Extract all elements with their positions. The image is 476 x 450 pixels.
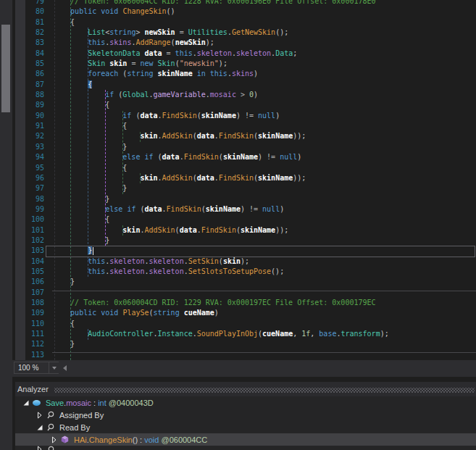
tree-row-label: Save.mosaic : int @0400043D: [46, 399, 154, 407]
line-number: 88: [25, 90, 44, 100]
tree-row[interactable]: Read By: [15, 421, 476, 433]
search-icon: [46, 446, 56, 450]
code-line[interactable]: {: [53, 100, 476, 110]
line-number: 94: [25, 152, 44, 162]
code-line[interactable]: [53, 288, 476, 298]
zoom-level-value[interactable]: 100 %: [14, 362, 49, 374]
line-number: 93: [25, 142, 44, 152]
line-number: 84: [25, 49, 44, 59]
line-number: 107: [25, 288, 44, 298]
code-line[interactable]: foreach (string skinName in this.skins): [53, 69, 476, 79]
line-number: 85: [25, 59, 44, 69]
analyzer-panel: Analyzer Save.mosaic : int @0400043DAssi…: [15, 382, 476, 450]
code-line[interactable]: this.skeleton.skeleton.SetSkin(skin);: [53, 257, 476, 267]
code-line[interactable]: this.skins.AddRange(newSkin);: [53, 38, 476, 48]
code-line[interactable]: List<string> newSkin = Utilities.GetNewS…: [53, 28, 476, 38]
code-line[interactable]: }: [53, 236, 476, 246]
code-line[interactable]: {: [53, 319, 476, 329]
line-number: 80: [25, 7, 44, 17]
member-separator: [52, 352, 476, 353]
code-line[interactable]: }: [53, 246, 476, 256]
code-line[interactable]: if (data.FindSkin(skinName) != null): [53, 111, 476, 121]
collapse-arrow-icon[interactable]: [36, 424, 43, 431]
search-icon: [46, 423, 56, 432]
code-line[interactable]: skin.AddSkin(data.FindSkin(skinName));: [53, 173, 476, 183]
line-number: 111: [25, 329, 44, 339]
analyzer-tree: Save.mosaic : int @0400043DAssigned ByRe…: [15, 396, 476, 450]
expand-arrow-icon[interactable]: [51, 436, 58, 443]
code-line[interactable]: {: [53, 121, 476, 131]
line-number: 87: [25, 80, 44, 90]
code-line[interactable]: }: [53, 194, 476, 204]
code-line[interactable]: {: [53, 214, 476, 225]
tree-row[interactable]: Assigned By: [15, 409, 476, 421]
code-line[interactable]: {: [53, 163, 476, 173]
tree-row-label: Read By: [59, 423, 90, 432]
line-number: 104: [25, 257, 44, 267]
scroll-left-arrow-icon[interactable]: [63, 365, 67, 371]
text-caret: [93, 247, 93, 255]
line-number: 102: [25, 236, 44, 246]
code-line[interactable]: if (Global.gameVariable.mosaic > 0): [53, 90, 476, 100]
code-line[interactable]: }: [53, 183, 476, 193]
editor-bottom-bar: 100 %: [12, 360, 476, 377]
code-line[interactable]: AudioController.Instance.SoundPlayInObj(…: [53, 329, 476, 339]
horizontal-scrollbar[interactable]: [59, 360, 476, 377]
line-number: 92: [25, 131, 44, 141]
code-line[interactable]: }: [53, 277, 476, 287]
panel-divider: [15, 377, 476, 382]
code-line[interactable]: [53, 350, 476, 360]
line-number: 86: [25, 69, 44, 79]
line-number: 82: [25, 28, 44, 38]
search-icon: [46, 411, 56, 420]
code-line[interactable]: skin.AddSkin(data.FindSkin(skinName));: [53, 225, 476, 236]
expand-arrow-icon[interactable]: [36, 446, 43, 450]
code-line[interactable]: // Token: 0x060004CD RID: 1229 RVA: 0x00…: [53, 298, 476, 308]
tree-row[interactable]: [15, 446, 476, 450]
code-line[interactable]: public void ChangeSkin(): [53, 7, 476, 17]
code-line[interactable]: }: [53, 142, 476, 152]
code-line[interactable]: this.skeleton.skeleton.SetSlotsToSetupPo…: [53, 267, 476, 277]
line-number: 89: [25, 100, 44, 110]
zoom-dropdown-button[interactable]: [49, 362, 59, 374]
line-number: 101: [25, 225, 44, 236]
dnspy-window: 7980818283848586878889909192939495969798…: [0, 0, 476, 450]
code-line[interactable]: {: [53, 80, 476, 90]
line-number: 110: [25, 319, 44, 329]
field-icon: [33, 400, 42, 406]
line-number: 103: [25, 246, 44, 256]
grip-dots: [54, 388, 475, 393]
code-line[interactable]: Skin skin = new Skin("newskin");: [53, 59, 476, 69]
line-number: 96: [25, 173, 44, 183]
analyzer-header: Analyzer: [15, 382, 476, 396]
zoom-level-combobox[interactable]: 100 %: [14, 362, 59, 374]
line-number: 113: [25, 350, 44, 360]
code-area[interactable]: // Token: 0x060004CC RID: 1228 RVA: 0x00…: [53, 0, 476, 360]
line-number: 83: [25, 38, 44, 48]
line-number: 79: [25, 0, 44, 7]
line-number: 95: [25, 163, 44, 173]
tree-row[interactable]: Save.mosaic : int @0400043D: [15, 396, 476, 409]
code-line[interactable]: // Token: 0x060004CC RID: 1228 RVA: 0x00…: [53, 0, 476, 7]
glyph-margin: [15, 0, 25, 360]
collapse-arrow-icon[interactable]: [22, 399, 30, 407]
expand-arrow-icon[interactable]: [36, 412, 43, 419]
code-line[interactable]: skin.AddSkin(data.FindSkin(skinName));: [53, 131, 476, 141]
line-number: 109: [25, 308, 44, 318]
code-line[interactable]: }: [53, 339, 476, 349]
tree-row[interactable]: HAi.ChangeSkin() : void @060004CC: [15, 433, 476, 446]
code-line[interactable]: else if (data.FindSkin(skinName) != null…: [53, 204, 476, 214]
left-panel-edge: [0, 0, 12, 450]
chevron-down-icon: [52, 367, 57, 370]
code-line[interactable]: public void PlaySe(string cueName): [53, 308, 476, 318]
vertical-scrollbar-thumb[interactable]: [1, 25, 10, 112]
member-separator: [52, 291, 476, 291]
line-number: 105: [25, 267, 44, 277]
analyzer-title: Analyzer: [15, 385, 49, 393]
code-editor[interactable]: 7980818283848586878889909192939495969798…: [15, 0, 476, 360]
code-line[interactable]: SkeletonData data = this.skeleton.skelet…: [53, 49, 476, 59]
code-line[interactable]: else if (data.FindSkin(skinName) != null…: [53, 152, 476, 162]
line-number: 100: [25, 214, 44, 225]
code-line[interactable]: {: [53, 17, 476, 28]
line-number: 81: [25, 17, 44, 28]
